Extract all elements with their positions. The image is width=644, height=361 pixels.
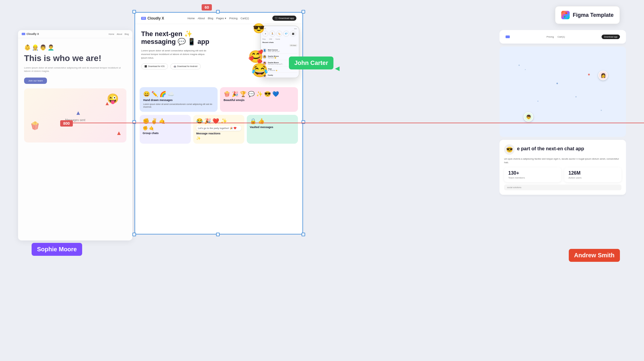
handle-bottom-left[interactable] bbox=[132, 233, 136, 236]
left-panel-nav: Home About Blog bbox=[109, 33, 129, 35]
story-labels: RingGIMFamily bbox=[262, 38, 297, 40]
story-2[interactable]: 🏷️ bbox=[276, 31, 282, 37]
story-3[interactable]: 💎 bbox=[283, 31, 289, 37]
left-logo-text: Cloudly X bbox=[26, 32, 39, 35]
handle-top-right[interactable] bbox=[302, 10, 305, 14]
android-icon: 🤖 bbox=[174, 65, 176, 68]
story-1[interactable]: 🏃 bbox=[269, 31, 275, 37]
map-dot-4 bbox=[575, 96, 577, 97]
site-nav: Home About Blog Pages ▾ Pricing Cart(1) bbox=[187, 17, 249, 20]
android-download-btn[interactable]: 🤖 Download for Android bbox=[170, 63, 201, 69]
vault-emoji: 🔒 👍 bbox=[250, 118, 295, 124]
emojis-icons: 🍿 🎉 🏆 💬 ✨ 😎 💙 bbox=[224, 91, 294, 97]
message-bubble: Let's go to the party together! 🎉 ❤️ bbox=[196, 126, 241, 131]
map-dot-3 bbox=[556, 83, 558, 84]
map-dots-pattern bbox=[500, 47, 626, 137]
arrow-decoration-2: ▲ bbox=[116, 130, 122, 136]
hand-drawn-emoji: 😄 ✏️ 🌈 ☁️ bbox=[143, 91, 214, 97]
right-panel: Pricing Cart(1) Download app 👩 👦 😎 e par… bbox=[500, 30, 626, 240]
left-emojis: 👶👷👨👨‍🦱 bbox=[24, 44, 126, 51]
group-chats-title: Group chats bbox=[143, 132, 188, 135]
map-dot-2 bbox=[525, 69, 526, 70]
handle-bottom-right[interactable] bbox=[302, 233, 305, 236]
nav-pricing[interactable]: Pricing bbox=[229, 17, 238, 20]
right-nav-pricing[interactable]: Pricing bbox=[546, 35, 554, 38]
emoji-laughing: 😂 bbox=[251, 62, 268, 78]
chat-matt[interactable]: 👤 Matt Cannon Hello, how are you? bbox=[262, 47, 297, 54]
chat-filter: All chats bbox=[262, 44, 297, 47]
feature-message-reactions: 😂 🎉 ❤️ ✨ Let's go to the party together!… bbox=[193, 115, 244, 144]
phone-stories: + 🏃 🏷️ 💎 👨‍👩‍👧 bbox=[262, 31, 297, 37]
right-panel-nav: Pricing Cart(1) bbox=[546, 35, 565, 38]
handle-mid-left[interactable] bbox=[132, 120, 136, 124]
left-nav-home[interactable]: Home bbox=[109, 33, 114, 35]
chat-msg-sophie2: Hey there! Hi how are P... bbox=[268, 63, 292, 65]
right-panel-logo-area bbox=[506, 35, 510, 38]
john-carter-badge: John Carter bbox=[289, 57, 333, 69]
chat-msg-matt: Hello, how are you? bbox=[268, 51, 297, 52]
right-feature-desc-text: um quis viverra a adipiscing facilisi se… bbox=[504, 157, 621, 164]
header-download-btn[interactable]: ⬛ Download app bbox=[272, 16, 296, 21]
nav-home[interactable]: Home bbox=[187, 17, 195, 20]
left-logo-icon bbox=[22, 33, 25, 35]
right-logo-icon bbox=[506, 35, 510, 38]
map-dot-5 bbox=[537, 101, 538, 102]
world-map: 👩 👦 bbox=[500, 47, 626, 137]
vaulted-messages-title: Vaulted messages bbox=[250, 126, 295, 129]
nav-cart[interactable]: Cart(1) bbox=[240, 17, 249, 20]
hand-drawn-title: Hand drawn messages bbox=[143, 99, 214, 102]
nav-blog[interactable]: Blog bbox=[208, 17, 213, 20]
stat-users-number: 126M bbox=[568, 170, 617, 176]
story-4[interactable]: 👨‍👩‍👧 bbox=[290, 31, 296, 37]
figma-title-text: Figma Template bbox=[573, 12, 614, 18]
chat-msg-family: ... bbox=[268, 76, 297, 78]
messages-section: 😜 ▲ ▲ 🍿 ▲ Messages sent bbox=[24, 88, 126, 142]
reactions-emoji: 😂 🎉 ❤️ ✨ bbox=[196, 118, 241, 124]
nav-pages[interactable]: Pages ▾ bbox=[216, 17, 226, 20]
phone-status-bar: 8:41 ●●● bbox=[262, 28, 297, 29]
andrew-smith-badge: Andrew Smith bbox=[569, 249, 620, 262]
left-nav-about[interactable]: About bbox=[117, 33, 122, 35]
right-feature-section: 😎 e part of the next-en chat app um quis… bbox=[500, 140, 626, 195]
right-download-btn[interactable]: Download app bbox=[602, 35, 620, 39]
left-nav-blog[interactable]: Blog bbox=[125, 33, 129, 35]
feature-group-chats: ✊ ✌️ 🤙 ✊ 🤙 Group chats bbox=[140, 115, 191, 144]
message-reactions-title: Message reactions bbox=[196, 132, 241, 135]
phone-icons: ●●● bbox=[294, 28, 297, 29]
map-dot-6 bbox=[601, 110, 602, 111]
group-chats-emoji: ✊ ✌️ 🤙 bbox=[143, 118, 188, 124]
group-chats-emoji-2: ✊ 🤙 bbox=[143, 126, 188, 130]
stat-team-number: 130+ bbox=[508, 170, 557, 176]
map-avatar-2: 👦 bbox=[524, 112, 533, 122]
features-grid: 😄 ✏️ 🌈 ☁️ Hand drawn messages Lorem ipsu… bbox=[135, 84, 302, 115]
join-team-button[interactable]: Join our team bbox=[24, 78, 47, 84]
figma-badge: Figma Template bbox=[555, 6, 620, 24]
ruler-left: 800 bbox=[60, 120, 73, 127]
feature-vaulted-messages: 🔒 👍 Vaulted messages bbox=[247, 115, 298, 144]
beautiful-emojis-title: Beautiful emojis bbox=[224, 99, 294, 102]
hero-description: Lorem ipsum dolor sit amet consectetur a… bbox=[141, 49, 207, 60]
nav-about[interactable]: About bbox=[198, 17, 205, 20]
left-panel-content: 👶👷👨👨‍🦱 This is who we are! Lorem ipsum d… bbox=[18, 38, 132, 148]
reactions-star: ✨ bbox=[196, 136, 201, 140]
svg-rect-0 bbox=[142, 17, 145, 19]
header-download-icon: ⬛ bbox=[275, 17, 278, 20]
stat-active-users: 126M Active users bbox=[564, 167, 621, 182]
sophie-moore-badge: Sophie Moore bbox=[32, 243, 82, 256]
handle-top-mid[interactable] bbox=[216, 10, 220, 14]
cursor-icon: ▲ bbox=[75, 109, 81, 116]
right-nav-cart[interactable]: Cart(1) bbox=[557, 35, 565, 38]
android-btn-label: Download for Android bbox=[177, 65, 197, 67]
handle-bottom-mid[interactable] bbox=[216, 233, 220, 236]
main-website-frame: Cloudly X Home About Blog Pages ▾ Pricin… bbox=[135, 12, 303, 234]
handle-top-left[interactable] bbox=[132, 10, 136, 14]
ios-download-btn[interactable]: ⬛ Download for iOS bbox=[141, 63, 168, 69]
handle-mid-right[interactable] bbox=[302, 120, 305, 124]
ruler-top: 60 bbox=[202, 4, 212, 11]
features-bottom: ✊ ✌️ 🤙 ✊ 🤙 Group chats 😂 🎉 ❤️ ✨ Let's go… bbox=[135, 115, 302, 147]
arrow-decoration: ▲ bbox=[104, 100, 110, 107]
ios-btn-label: Download for iOS bbox=[148, 65, 165, 67]
map-dot-1 bbox=[519, 65, 520, 66]
feature-beautiful-emojis: 🍿 🎉 🏆 💬 ✨ 😎 💙 Beautiful emojis bbox=[220, 87, 298, 112]
stat-team-label: Team members bbox=[508, 176, 557, 179]
